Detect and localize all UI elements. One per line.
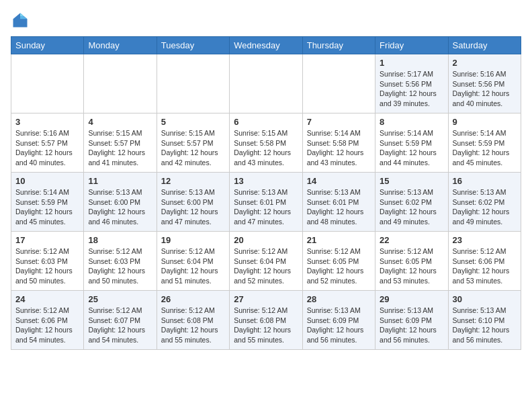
day-number: 18 [88, 235, 152, 245]
day-number: 15 [380, 176, 443, 186]
calendar-cell: 1Sunrise: 5:17 AM Sunset: 5:56 PM Daylig… [375, 54, 448, 113]
calendar-week-5: 24Sunrise: 5:12 AM Sunset: 6:06 PM Dayli… [11, 291, 521, 350]
calendar-cell: 11Sunrise: 5:13 AM Sunset: 6:00 PM Dayli… [84, 173, 157, 232]
calendar-cell: 24Sunrise: 5:12 AM Sunset: 6:06 PM Dayli… [11, 291, 84, 350]
day-number: 1 [380, 58, 443, 68]
day-number: 4 [88, 117, 152, 127]
calendar-cell: 6Sunrise: 5:15 AM Sunset: 5:58 PM Daylig… [230, 113, 302, 173]
calendar-cell: 8Sunrise: 5:14 AM Sunset: 5:59 PM Daylig… [375, 113, 448, 173]
cell-text: Sunrise: 5:15 AM Sunset: 5:57 PM Dayligh… [161, 128, 225, 168]
cell-text: Sunrise: 5:13 AM Sunset: 6:02 PM Dayligh… [380, 187, 443, 227]
calendar-table: SundayMondayTuesdayWednesdayThursdayFrid… [11, 36, 521, 350]
cell-text: Sunrise: 5:13 AM Sunset: 6:09 PM Dayligh… [380, 306, 443, 345]
cell-text: Sunrise: 5:16 AM Sunset: 5:56 PM Dayligh… [453, 69, 517, 109]
calendar-header: SundayMondayTuesdayWednesdayThursdayFrid… [11, 37, 521, 54]
calendar-cell: 18Sunrise: 5:12 AM Sunset: 6:03 PM Dayli… [84, 232, 157, 291]
logo-icon [11, 11, 30, 30]
day-number: 11 [88, 176, 152, 186]
day-number: 29 [380, 294, 443, 304]
day-number: 14 [307, 176, 371, 186]
day-number: 30 [453, 294, 517, 304]
calendar-cell: 5Sunrise: 5:15 AM Sunset: 5:57 PM Daylig… [157, 113, 229, 173]
cell-text: Sunrise: 5:13 AM Sunset: 6:10 PM Dayligh… [453, 306, 517, 345]
calendar-cell: 14Sunrise: 5:13 AM Sunset: 6:01 PM Dayli… [302, 173, 375, 232]
cell-text: Sunrise: 5:14 AM Sunset: 5:59 PM Dayligh… [453, 128, 517, 168]
day-number: 13 [234, 176, 298, 186]
cell-text: Sunrise: 5:12 AM Sunset: 6:03 PM Dayligh… [88, 246, 152, 286]
day-number: 28 [307, 294, 371, 304]
page-header [11, 11, 521, 30]
day-number: 20 [234, 235, 298, 245]
cell-text: Sunrise: 5:15 AM Sunset: 5:57 PM Dayligh… [88, 128, 152, 168]
day-number: 25 [88, 294, 152, 304]
day-number: 22 [380, 235, 443, 245]
calendar-cell: 26Sunrise: 5:12 AM Sunset: 6:08 PM Dayli… [157, 291, 229, 350]
day-number: 12 [161, 176, 225, 186]
calendar-cell [157, 54, 229, 113]
calendar-week-4: 17Sunrise: 5:12 AM Sunset: 6:03 PM Dayli… [11, 232, 521, 291]
day-number: 2 [453, 58, 517, 68]
cell-text: Sunrise: 5:17 AM Sunset: 5:56 PM Dayligh… [380, 69, 443, 109]
cell-text: Sunrise: 5:14 AM Sunset: 5:59 PM Dayligh… [15, 187, 79, 227]
day-number: 26 [161, 294, 225, 304]
weekday-header-tuesday: Tuesday [157, 37, 229, 54]
calendar-cell: 9Sunrise: 5:14 AM Sunset: 5:59 PM Daylig… [448, 113, 521, 173]
calendar-cell: 23Sunrise: 5:12 AM Sunset: 6:06 PM Dayli… [448, 232, 521, 291]
weekday-header-friday: Friday [375, 37, 448, 54]
calendar-cell: 21Sunrise: 5:12 AM Sunset: 6:05 PM Dayli… [302, 232, 375, 291]
calendar-week-2: 3Sunrise: 5:16 AM Sunset: 5:57 PM Daylig… [11, 113, 521, 173]
cell-text: Sunrise: 5:13 AM Sunset: 6:00 PM Dayligh… [161, 187, 225, 227]
calendar-cell: 13Sunrise: 5:13 AM Sunset: 6:01 PM Dayli… [230, 173, 302, 232]
calendar-cell: 4Sunrise: 5:15 AM Sunset: 5:57 PM Daylig… [84, 113, 157, 173]
cell-text: Sunrise: 5:15 AM Sunset: 5:58 PM Dayligh… [234, 128, 298, 168]
cell-text: Sunrise: 5:13 AM Sunset: 6:01 PM Dayligh… [307, 187, 371, 227]
weekday-header-monday: Monday [84, 37, 157, 54]
day-number: 21 [307, 235, 371, 245]
cell-text: Sunrise: 5:12 AM Sunset: 6:04 PM Dayligh… [234, 246, 298, 286]
cell-text: Sunrise: 5:16 AM Sunset: 5:57 PM Dayligh… [15, 128, 79, 168]
calendar-cell: 16Sunrise: 5:13 AM Sunset: 6:02 PM Dayli… [448, 173, 521, 232]
weekday-header-sunday: Sunday [11, 37, 84, 54]
cell-text: Sunrise: 5:12 AM Sunset: 6:04 PM Dayligh… [161, 246, 225, 286]
calendar-cell: 12Sunrise: 5:13 AM Sunset: 6:00 PM Dayli… [157, 173, 229, 232]
cell-text: Sunrise: 5:12 AM Sunset: 6:05 PM Dayligh… [307, 246, 371, 286]
calendar-week-3: 10Sunrise: 5:14 AM Sunset: 5:59 PM Dayli… [11, 173, 521, 232]
cell-text: Sunrise: 5:12 AM Sunset: 6:03 PM Dayligh… [15, 246, 79, 286]
calendar-cell [230, 54, 302, 113]
cell-text: Sunrise: 5:12 AM Sunset: 6:06 PM Dayligh… [15, 306, 79, 345]
weekday-header-saturday: Saturday [448, 37, 521, 54]
cell-text: Sunrise: 5:13 AM Sunset: 6:01 PM Dayligh… [234, 187, 298, 227]
calendar-cell: 2Sunrise: 5:16 AM Sunset: 5:56 PM Daylig… [448, 54, 521, 113]
weekday-row: SundayMondayTuesdayWednesdayThursdayFrid… [11, 37, 521, 54]
svg-marker-2 [20, 13, 24, 16]
day-number: 7 [307, 117, 371, 127]
calendar-cell: 17Sunrise: 5:12 AM Sunset: 6:03 PM Dayli… [11, 232, 84, 291]
cell-text: Sunrise: 5:13 AM Sunset: 6:02 PM Dayligh… [453, 187, 517, 227]
weekday-header-thursday: Thursday [302, 37, 375, 54]
calendar-cell: 22Sunrise: 5:12 AM Sunset: 6:05 PM Dayli… [375, 232, 448, 291]
day-number: 5 [161, 117, 225, 127]
calendar-cell: 19Sunrise: 5:12 AM Sunset: 6:04 PM Dayli… [157, 232, 229, 291]
calendar-cell: 7Sunrise: 5:14 AM Sunset: 5:58 PM Daylig… [302, 113, 375, 173]
cell-text: Sunrise: 5:14 AM Sunset: 5:58 PM Dayligh… [307, 128, 371, 168]
cell-text: Sunrise: 5:13 AM Sunset: 6:00 PM Dayligh… [88, 187, 152, 227]
calendar-cell: 15Sunrise: 5:13 AM Sunset: 6:02 PM Dayli… [375, 173, 448, 232]
cell-text: Sunrise: 5:12 AM Sunset: 6:06 PM Dayligh… [453, 246, 517, 286]
calendar-cell: 3Sunrise: 5:16 AM Sunset: 5:57 PM Daylig… [11, 113, 84, 173]
calendar-cell: 29Sunrise: 5:13 AM Sunset: 6:09 PM Dayli… [375, 291, 448, 350]
day-number: 16 [453, 176, 517, 186]
calendar-cell: 10Sunrise: 5:14 AM Sunset: 5:59 PM Dayli… [11, 173, 84, 232]
day-number: 10 [15, 176, 79, 186]
day-number: 19 [161, 235, 225, 245]
calendar-cell: 28Sunrise: 5:13 AM Sunset: 6:09 PM Dayli… [302, 291, 375, 350]
calendar-cell: 30Sunrise: 5:13 AM Sunset: 6:10 PM Dayli… [448, 291, 521, 350]
calendar-cell [11, 54, 84, 113]
calendar-body: 1Sunrise: 5:17 AM Sunset: 5:56 PM Daylig… [11, 54, 521, 350]
cell-text: Sunrise: 5:13 AM Sunset: 6:09 PM Dayligh… [307, 306, 371, 345]
logo [11, 11, 32, 30]
day-number: 8 [380, 117, 443, 127]
day-number: 27 [234, 294, 298, 304]
cell-text: Sunrise: 5:12 AM Sunset: 6:08 PM Dayligh… [234, 306, 298, 345]
day-number: 3 [15, 117, 79, 127]
calendar-cell: 27Sunrise: 5:12 AM Sunset: 6:08 PM Dayli… [230, 291, 302, 350]
